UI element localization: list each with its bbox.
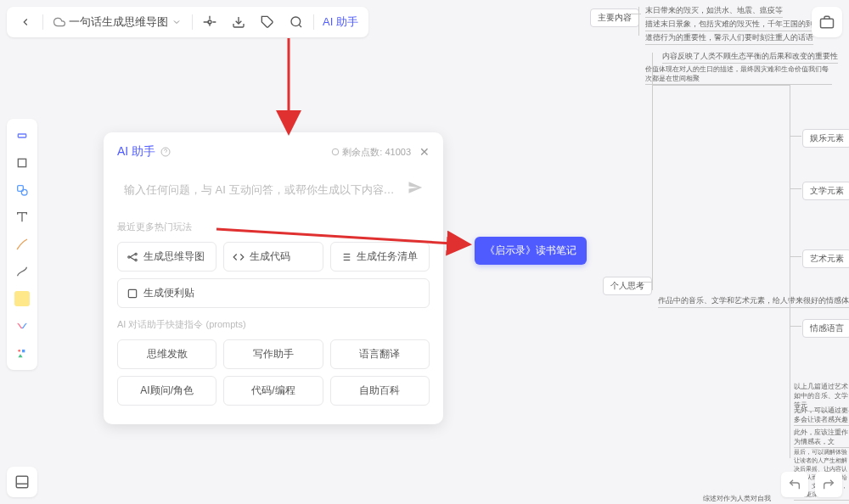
mm-leaf[interactable]: 价值体现在对人的生日的描述，最终因灾难和生命价值我们每次都是在世间相聚 — [645, 64, 832, 85]
tool-shape[interactable] — [10, 178, 34, 202]
mm-leaf[interactable]: 道德行为的重要性，警示人们要时刻注重人的话语 — [645, 32, 813, 45]
tool-pen[interactable] — [10, 232, 34, 256]
svg-rect-22 — [128, 289, 136, 297]
undo-icon — [788, 478, 801, 491]
mm-node-side[interactable]: 娱乐元素 — [802, 129, 849, 148]
list-icon — [340, 251, 351, 263]
mm-node-side[interactable]: 艺术元素 — [802, 249, 849, 268]
top-toolbar: 一句话生成思维导图 AI 助手 — [7, 7, 368, 37]
chip-consultant[interactable]: AI顾问/角色 — [117, 376, 216, 406]
mm-leaf[interactable]: 内容反映了人类不顾生态平衡的后果和改变的重要性 — [662, 51, 838, 64]
chip-writing[interactable]: 写作助手 — [223, 339, 323, 369]
tag-button[interactable] — [256, 10, 279, 34]
svg-line-3 — [299, 25, 301, 27]
undo-button[interactable] — [781, 472, 808, 497]
tag-icon — [261, 15, 274, 29]
redo-icon — [822, 478, 835, 491]
mm-node-content[interactable]: 主要内容 — [590, 8, 639, 27]
mindmap-icon — [127, 251, 138, 263]
mm-node-side[interactable]: 情感语言 — [802, 319, 849, 338]
chip-mindmap[interactable]: 生成思维导图 — [117, 242, 216, 272]
svg-rect-4 — [18, 134, 25, 137]
document-title[interactable]: 一句话生成思维导图 — [48, 14, 187, 30]
search-icon — [290, 15, 303, 29]
tool-text[interactable] — [10, 205, 34, 229]
svg-rect-5 — [18, 159, 25, 166]
redo-button[interactable] — [815, 472, 842, 497]
mm-leaf[interactable]: 综述对作为人类对自我 — [703, 494, 771, 504]
cloud-icon — [53, 16, 65, 28]
mm-leaf[interactable]: 末日带来的毁灭，如洪水、地震、瘟疫等 — [645, 5, 783, 18]
svg-point-2 — [291, 17, 301, 26]
mm-node-side[interactable]: 文学元素 — [802, 182, 849, 200]
mm-leaf[interactable]: 此外，应该注重作为情感表，文 — [794, 428, 849, 448]
export-button[interactable] — [227, 10, 250, 34]
svg-point-13 — [332, 148, 339, 155]
left-toolbar — [7, 119, 37, 370]
ai-panel-title: AI 助手 — [117, 144, 171, 160]
mm-leaf[interactable]: 描述末日景象，包括灾难的毁灭性，千年王国的到来等 — [645, 19, 829, 31]
mm-leaf[interactable]: 以上几篇通过艺术如中的音乐、文学等元 — [794, 382, 849, 412]
tool-more[interactable] — [10, 341, 34, 365]
mindmap-canvas: 主要内容 末日带来的毁灭，如洪水、地震、瘟疫等 描述末日景象，包括灾难的毁灭性，… — [577, 0, 849, 504]
mm-leaf[interactable]: 无外，可以通过更多会让读者感兴趣 — [794, 406, 849, 426]
chip-code[interactable]: 生成代码 — [223, 242, 323, 272]
svg-marker-11 — [18, 354, 22, 357]
ai-assistant-link[interactable]: AI 助手 — [319, 14, 362, 30]
points-remaining: 剩余点数: 41003 — [331, 146, 411, 159]
svg-line-17 — [130, 254, 135, 257]
close-button[interactable]: ✕ — [419, 145, 430, 159]
gear-icon — [203, 15, 216, 29]
tool-connector[interactable] — [10, 260, 34, 283]
settings-button[interactable] — [198, 10, 222, 34]
briefcase-icon — [819, 14, 835, 30]
svg-point-7 — [21, 189, 27, 195]
chip-encyclopedia[interactable]: 自助百科 — [330, 376, 430, 406]
toolbox-button[interactable] — [812, 7, 842, 37]
layers-button[interactable] — [7, 467, 37, 497]
chip-brainstorm[interactable]: 思维发散 — [117, 339, 216, 369]
coin-icon — [331, 148, 340, 156]
send-button[interactable] — [404, 176, 426, 202]
svg-rect-28 — [16, 476, 28, 488]
chip-translate[interactable]: 语言翻译 — [330, 339, 430, 369]
tool-sticky[interactable] — [10, 287, 34, 311]
sticky-icon — [127, 288, 138, 300]
chevron-down-icon — [171, 17, 182, 27]
tool-frame[interactable] — [10, 151, 34, 175]
tool-mindmap[interactable] — [10, 314, 34, 338]
tool-select[interactable] — [10, 124, 34, 148]
svg-line-18 — [130, 257, 135, 260]
panel-icon — [14, 474, 30, 490]
mindmap-root-node[interactable]: 《启示录》读书笔记 — [475, 237, 587, 265]
mm-node-thinking[interactable]: 个人思考 — [603, 277, 652, 295]
ai-prompt-input[interactable] — [121, 180, 404, 199]
svg-point-14 — [128, 255, 130, 257]
back-button[interactable] — [14, 10, 37, 34]
chip-programming[interactable]: 代码/编程 — [223, 376, 323, 406]
undo-redo-group — [781, 472, 842, 497]
svg-point-16 — [135, 259, 137, 260]
chip-tasklist[interactable]: 生成任务清单 — [330, 242, 430, 272]
help-icon[interactable] — [160, 147, 171, 157]
code-icon — [233, 251, 245, 263]
mm-leaf[interactable]: 作品中的音乐、文学和艺术元素，给人带来很好的情感体验 — [658, 295, 849, 308]
section-label-2: AI 对话助手快捷指令 (prompts) — [117, 318, 430, 331]
svg-point-15 — [135, 253, 137, 255]
export-icon — [232, 15, 245, 29]
search-button[interactable] — [284, 10, 308, 34]
ai-assistant-panel: AI 助手 剩余点数: 41003 ✕ 最近更多热门玩法 生成思维导图 生成代码… — [104, 132, 443, 424]
svg-rect-10 — [22, 350, 25, 352]
section-label-1: 最近更多热门玩法 — [117, 221, 430, 233]
annotation-arrow-1 — [246, 34, 314, 136]
chip-sticky[interactable]: 生成便利贴 — [117, 278, 430, 308]
svg-point-9 — [18, 350, 20, 352]
svg-rect-27 — [821, 19, 834, 28]
